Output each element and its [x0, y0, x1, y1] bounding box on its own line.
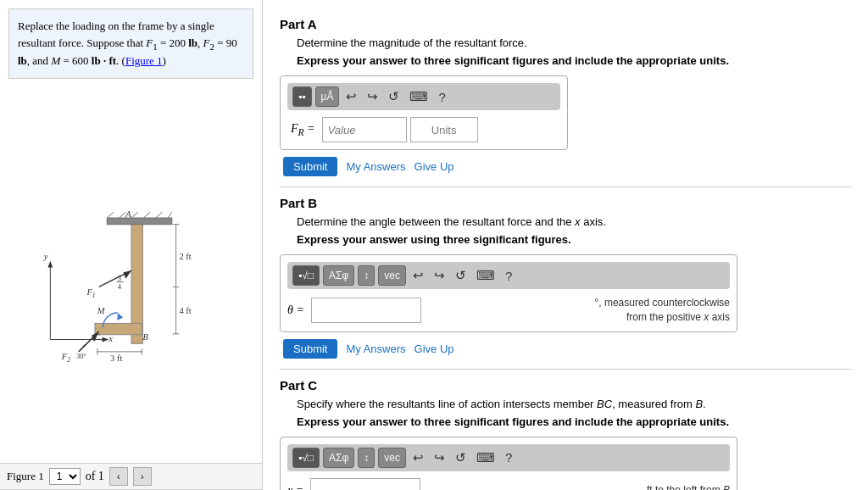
left-panel: Replace the loading on the frame by a si… — [0, 0, 263, 490]
figure-diagram: y x A 2 ft — [21, 181, 242, 368]
part-a-label: FR = — [291, 122, 315, 138]
toolbar-a-redo-btn[interactable]: ↪ — [364, 87, 381, 106]
part-b-submit-button[interactable]: Submit — [283, 339, 337, 359]
toolbar-a-help-btn[interactable]: ? — [435, 88, 448, 106]
figure1-link[interactable]: Figure 1 — [125, 54, 163, 67]
toolbar-c-greek-btn[interactable]: ΑΣφ — [323, 448, 354, 468]
part-c-question: Specify where the resultants line of act… — [297, 398, 851, 410]
figure-label: Figure 1 — [7, 470, 44, 483]
svg-text:3 ft: 3 ft — [110, 354, 122, 364]
part-a-value-input[interactable] — [322, 117, 407, 142]
part-a-units-input[interactable] — [410, 117, 478, 142]
toolbar-c-refresh-btn[interactable]: ↺ — [452, 448, 470, 467]
toolbar-a-units-btn[interactable]: μÅ — [315, 86, 340, 107]
toolbar-b-grid-btn[interactable]: ▪√□ — [292, 265, 320, 286]
toolbar-a-undo-btn[interactable]: ↩ — [342, 87, 360, 106]
part-a-input-row: FR = — [291, 117, 560, 142]
toolbar-c-vec-btn[interactable]: vec — [378, 448, 406, 468]
part-a-express: Express your answer to three significant… — [297, 54, 851, 67]
toolbar-b-help-btn[interactable]: ? — [502, 267, 515, 285]
right-panel: Part A Determine the magnitude of the re… — [263, 0, 868, 490]
svg-text:3: 3 — [117, 274, 120, 282]
toolbar-b-undo-btn[interactable]: ↩ — [409, 266, 427, 285]
part-c-heading: Part C — [280, 378, 851, 393]
part-a-my-answers-button[interactable]: My Answers — [346, 160, 405, 173]
part-a-section: Part A Determine the magnitude of the re… — [280, 17, 851, 176]
part-b-section: Part B Determine the angle between the r… — [280, 196, 851, 359]
part-b-value-input[interactable] — [311, 298, 421, 323]
toolbar-a-keyboard-btn[interactable]: ⌨ — [406, 87, 431, 106]
toolbar-b-keyboard-btn[interactable]: ⌨ — [473, 266, 498, 285]
toolbar-c-help-btn[interactable]: ? — [502, 448, 515, 466]
svg-text:4 ft: 4 ft — [179, 306, 191, 315]
toolbar-a-refresh-btn[interactable]: ↺ — [385, 87, 403, 106]
figure-select[interactable]: 1 — [49, 468, 81, 485]
part-c-value-input[interactable] — [310, 478, 420, 490]
part-c-express: Express your answer to three significant… — [297, 415, 851, 428]
part-c-label: x = — [287, 484, 303, 490]
toolbar-c-undo-btn[interactable]: ↩ — [409, 448, 427, 467]
part-b-submit-row: Submit My Answers Give Up — [283, 339, 851, 359]
svg-rect-8 — [94, 324, 141, 335]
part-b-suffix: °, measured counterclockwisefrom the pos… — [594, 296, 730, 325]
part-c-section: Part C Specify where the resultants line… — [280, 378, 851, 490]
toolbar-b-arrow-btn[interactable]: ↕ — [358, 265, 375, 286]
toolbar-b-greek-btn[interactable]: ΑΣφ — [323, 265, 354, 286]
svg-text:B: B — [142, 333, 148, 342]
of-text: of 1 — [86, 470, 104, 483]
svg-rect-9 — [107, 218, 172, 225]
part-c-suffix: ft to the left from B — [647, 483, 730, 490]
part-b-toolbar: ▪√□ ΑΣφ ↕ vec ↩ ↪ ↺ ⌨ ? — [287, 262, 730, 289]
figure-area: y x A 2 ft — [0, 87, 262, 463]
toolbar-c-arrow-btn[interactable]: ↕ — [358, 448, 375, 468]
toolbar-a-grid-btn[interactable]: ▪▪ — [292, 86, 312, 107]
svg-text:30°: 30° — [75, 352, 86, 360]
figure-controls: Figure 1 1 of 1 ‹ › — [0, 463, 262, 490]
divider-ab — [280, 187, 851, 187]
svg-text:A: A — [125, 209, 131, 219]
part-c-answer-box: ▪√□ ΑΣφ ↕ vec ↩ ↪ ↺ ⌨ ? x = ft to the le… — [280, 437, 737, 490]
toolbar-b-redo-btn[interactable]: ↪ — [431, 266, 448, 285]
part-b-label: θ = — [287, 303, 304, 317]
part-b-input-row: θ = °, measured counterclockwisefrom the… — [287, 296, 730, 325]
part-a-question: Determine the magnitude of the resultant… — [297, 36, 851, 49]
figure-prev-button[interactable]: ‹ — [109, 467, 128, 486]
part-a-answer-box: ▪▪ μÅ ↩ ↪ ↺ ⌨ ? FR = — [280, 75, 568, 150]
part-b-my-answers-button[interactable]: My Answers — [346, 342, 405, 355]
part-a-give-up-button[interactable]: Give Up — [415, 160, 454, 173]
toolbar-c-grid-btn[interactable]: ▪√□ — [292, 448, 320, 468]
svg-text:M: M — [96, 306, 105, 315]
part-b-answer-box: ▪√□ ΑΣφ ↕ vec ↩ ↪ ↺ ⌨ ? θ = °, measured … — [280, 254, 737, 332]
svg-text:y: y — [42, 252, 47, 261]
figure-next-button[interactable]: › — [133, 467, 152, 486]
part-a-toolbar: ▪▪ μÅ ↩ ↪ ↺ ⌨ ? — [287, 83, 560, 110]
toolbar-b-refresh-btn[interactable]: ↺ — [452, 266, 470, 285]
toolbar-b-vec-btn[interactable]: vec — [378, 265, 406, 286]
part-b-question: Determine the angle between the resultan… — [297, 215, 851, 228]
toolbar-c-keyboard-btn[interactable]: ⌨ — [473, 448, 498, 467]
part-b-heading: Part B — [280, 196, 851, 210]
part-a-heading: Part A — [280, 17, 851, 31]
problem-statement: Replace the loading on the frame by a si… — [8, 8, 253, 79]
divider-bc — [280, 369, 851, 370]
part-b-express: Express your answer using three signific… — [297, 233, 851, 246]
svg-text:2 ft: 2 ft — [179, 252, 191, 261]
part-b-give-up-button[interactable]: Give Up — [415, 342, 454, 355]
toolbar-c-redo-btn[interactable]: ↪ — [431, 448, 448, 467]
part-a-submit-row: Submit My Answers Give Up — [283, 157, 851, 176]
part-c-toolbar: ▪√□ ΑΣφ ↕ vec ↩ ↪ ↺ ⌨ ? — [287, 444, 730, 471]
part-c-input-row: x = ft to the left from B — [287, 478, 730, 490]
svg-text:x: x — [108, 335, 113, 344]
part-a-submit-button[interactable]: Submit — [283, 157, 337, 176]
svg-text:4: 4 — [117, 283, 121, 292]
